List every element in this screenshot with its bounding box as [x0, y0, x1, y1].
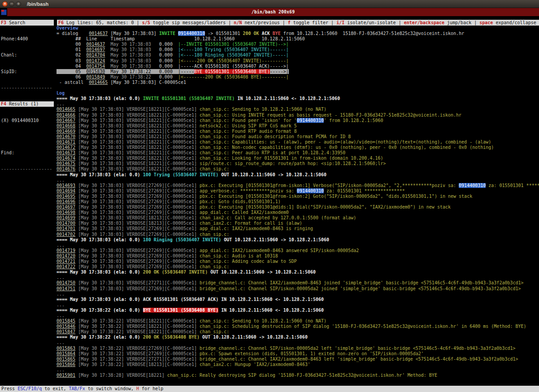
- log-line[interactable]: 0014695 [May 30 17:38:03] VERBOSE[27269]…: [57, 194, 539, 199]
- line-number-link[interactable]: 0014699: [57, 215, 75, 220]
- log-line[interactable]: 0014666 [May 30 17:38:03] VERBOSE[18221]…: [57, 113, 539, 118]
- log-line[interactable]: 0014674 [May 30 17:38:03] VERBOSE[18221]…: [57, 156, 539, 161]
- log-line[interactable]: 0014702 [May 30 17:38:03] VERBOSE[27269]…: [57, 232, 539, 237]
- line-number-link[interactable]: 0015845: [57, 318, 75, 323]
- line-number-link[interactable]: 0014695: [57, 194, 75, 199]
- log-line[interactable]: 0014673 [May 30 17:38:03] VERBOSE[18221]…: [57, 150, 539, 156]
- line-number-link[interactable]: 0014719: [57, 248, 75, 253]
- log-line[interactable]: 0014719 [May 30 17:38:03] VERBOSE[27269]…: [57, 248, 539, 253]
- line-number-link[interactable]: 0014668: [57, 123, 75, 128]
- find-field[interactable]: Find:: [1, 150, 54, 156]
- ladder-row-selected[interactable]: 05 0015830 May 30 17:38:22 0.000 |-----B…: [57, 69, 539, 74]
- log-line[interactable]: 0014671 [May 30 17:38:03] VERBOSE[18221]…: [57, 139, 539, 145]
- line-number-link[interactable]: 0014721: [57, 259, 75, 264]
- ladder-row[interactable]: 00 0014637 May 30 17:38:03 0.000 |--INVI…: [57, 42, 539, 47]
- close-button[interactable]: ×: [2, 1, 8, 7]
- log-line[interactable]: 0015865 [May 30 17:38:22] VERBOSE[27271]…: [57, 357, 539, 362]
- log-line[interactable]: 0014670 [May 30 17:38:03] VERBOSE[18221]…: [57, 134, 539, 139]
- line-number-link[interactable]: 0015866: [57, 362, 75, 367]
- line-number-link[interactable]: 0014675: [57, 161, 75, 166]
- line-number-link[interactable]: 0014693: [57, 183, 75, 188]
- line-number-link[interactable]: 0014698: [57, 210, 75, 215]
- log-line[interactable]: 0014700 [May 30 17:38:03] VERBOSE[18213]…: [57, 221, 539, 226]
- line-number-link[interactable]: 0014665: [89, 80, 108, 85]
- ladder-row[interactable]: 02 0014704 May 30 17:38:03 0.000 |<----1…: [57, 52, 539, 58]
- line-number-link[interactable]: 0015863: [57, 346, 75, 351]
- log-line[interactable]: 0014696 [May 30 17:38:03] VERBOSE[27269]…: [57, 199, 539, 205]
- line-number-link[interactable]: 0014669: [57, 129, 75, 134]
- log-line[interactable]: 0014701 [May 30 17:38:03] VERBOSE[27269]…: [57, 226, 539, 231]
- minimize-button[interactable]: −: [9, 1, 14, 7]
- line-number-link[interactable]: 0015846: [57, 324, 75, 329]
- line-number-link[interactable]: 0015847: [57, 329, 75, 334]
- astcall-line[interactable]: - astcall 0014665 [May 30 17:38:03] C-00…: [57, 80, 539, 85]
- line-number-link[interactable]: 0015849: [86, 74, 105, 79]
- maximize-button[interactable]: +: [16, 1, 21, 7]
- log-view[interactable]: Overview= dialog 0014637 [May 30 17:38:0…: [54, 26, 539, 386]
- log-line[interactable]: 0014750 [May 30 17:38:03] VERBOSE[27271]…: [57, 280, 539, 286]
- line-number-link[interactable]: 0014674: [57, 156, 75, 161]
- line-number-link[interactable]: 0014697: [86, 47, 105, 52]
- line-number-link[interactable]: 0014754: [86, 64, 105, 69]
- ladder-row[interactable]: 04 0014754 May 30 17:38:03 0.000 |-----A…: [57, 64, 539, 69]
- line-number-link[interactable]: 0014704: [86, 52, 105, 57]
- dialog-summary-line[interactable]: = dialog 0014637 [May 30 17:38:03] INVIT…: [57, 31, 539, 36]
- log-line[interactable]: 0015847 [May 30 17:38:22] VERBOSE[18221]…: [57, 329, 539, 335]
- line-number-link[interactable]: 0014697: [57, 205, 75, 209]
- line-number-link[interactable]: 0014665: [57, 107, 75, 112]
- line-number-link[interactable]: 0015865: [57, 357, 75, 362]
- results-panel-header[interactable]: F4 Results (1): [0, 101, 54, 107]
- line-number-link[interactable]: 0014720: [57, 253, 75, 258]
- line-number-link[interactable]: 0014672: [57, 145, 75, 150]
- line-number-link[interactable]: 0014637: [89, 31, 108, 36]
- log-line[interactable]: 0014665 [May 30 17:38:03] VERBOSE[18221]…: [57, 107, 539, 112]
- log-line[interactable]: 0014699 [May 30 17:38:03] VERBOSE[18213]…: [57, 215, 539, 221]
- log-line[interactable]: 0015846 [May 30 17:38:22] VERBOSE[18221]…: [57, 324, 539, 329]
- log-line[interactable]: 0014693 [May 30 17:38:03] VERBOSE[27269]…: [57, 183, 539, 188]
- line-number-link[interactable]: 0014724: [86, 58, 105, 63]
- line-number-link[interactable]: 0015901: [57, 373, 75, 378]
- log-line[interactable]: 0015901 [May 30 17:38:28] VERBOSE[18221]…: [57, 373, 539, 378]
- log-line[interactable]: 0014721 [May 30 17:38:03] VERBOSE[27269]…: [57, 259, 539, 264]
- line-number-link[interactable]: 0014637: [86, 42, 105, 47]
- line-number-link[interactable]: 0014676: [57, 166, 75, 171]
- line-number-link[interactable]: 0014702: [57, 232, 75, 237]
- log-line[interactable]: 0014722 [May 30 17:38:03] VERBOSE[27269]…: [57, 264, 539, 270]
- result-item[interactable]: (X) 0914400310: [1, 118, 54, 123]
- log-line[interactable]: 0014675 [May 30 17:38:03] VERBOSE[18221]…: [57, 161, 539, 166]
- log-line[interactable]: 0015863 [May 30 17:38:22] VERBOSE[27269]…: [57, 346, 539, 351]
- window-titlebar[interactable]: × − + /bin/bash: [0, 0, 539, 8]
- line-number-link[interactable]: 0015830: [86, 69, 105, 74]
- log-line[interactable]: 0014667 [May 30 17:38:03] VERBOSE[18221]…: [57, 118, 539, 123]
- log-line[interactable]: 0015864 [May 30 17:38:22] VERBOSE[27269]…: [57, 351, 539, 357]
- log-line[interactable]: 0014697 [May 30 17:38:03] VERBOSE[27269]…: [57, 205, 539, 210]
- line-number-link[interactable]: 0014673: [57, 150, 75, 155]
- search-field-chanl[interactable]: Chanl:: [1, 52, 54, 58]
- ladder-row[interactable]: 03 0014724 May 30 17:38:03 0.000 |<-----…: [57, 58, 539, 64]
- search-panel-header[interactable]: F3 Search: [0, 20, 54, 26]
- ladder-row[interactable]: 06 0015849 May 30 17:38:22 0.000 |<-----…: [57, 74, 539, 80]
- log-line[interactable]: 0014669 [May 30 17:38:03] VERBOSE[18221]…: [57, 129, 539, 134]
- line-number-link[interactable]: 0014700: [57, 221, 75, 226]
- line-number-link[interactable]: 0014666: [57, 113, 75, 118]
- log-line[interactable]: 0014668 [May 30 17:38:03] VERBOSE[18221]…: [57, 123, 539, 129]
- log-line[interactable]: 0014720 [May 30 17:38:03] VERBOSE[27269]…: [57, 253, 539, 259]
- search-field-phone[interactable]: Phone:4400: [1, 36, 54, 42]
- line-number-link[interactable]: 0014671: [57, 139, 75, 144]
- log-line[interactable]: 0015866 [May 30 17:38:22] VERBOSE[18213]…: [57, 362, 539, 367]
- line-number-link[interactable]: 0014670: [57, 134, 75, 139]
- line-number-link[interactable]: 0014751: [57, 286, 75, 291]
- log-line[interactable]: 0014694 [May 30 17:38:03] VERBOSE[27269]…: [57, 188, 539, 194]
- ladder-row[interactable]: 01 0014697 May 30 17:38:03 0.000 |<----1…: [57, 47, 539, 52]
- log-line[interactable]: 0014672 [May 30 17:38:03] VERBOSE[18221]…: [57, 145, 539, 150]
- line-number-link[interactable]: 0014694: [57, 188, 75, 193]
- search-field-sipid[interactable]: SipID:: [1, 69, 54, 74]
- log-line[interactable]: 0014676 [May 30 17:38:03] VERBOSE[18221]…: [57, 166, 539, 172]
- line-number-link[interactable]: 0015864: [57, 351, 75, 356]
- line-number-link[interactable]: 0014722: [57, 264, 75, 269]
- line-number-link[interactable]: 0014696: [57, 199, 75, 204]
- line-number-link[interactable]: 0014701: [57, 226, 75, 231]
- log-line[interactable]: 0014751 [May 30 17:38:03] VERBOSE[27269]…: [57, 286, 539, 292]
- log-line[interactable]: 0014698 [May 30 17:38:03] VERBOSE[27269]…: [57, 210, 539, 215]
- line-number-link[interactable]: 0014750: [57, 280, 75, 285]
